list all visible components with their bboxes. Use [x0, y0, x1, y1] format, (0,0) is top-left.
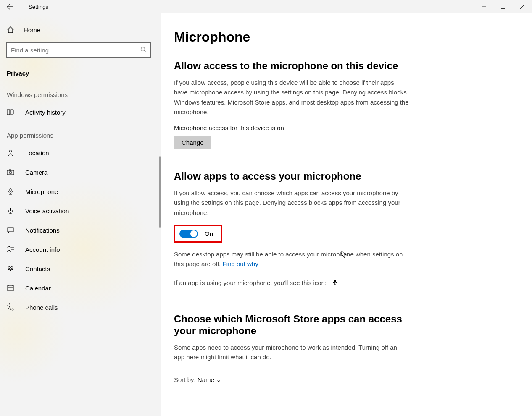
- sidebar-item-microphone[interactable]: Microphone: [0, 182, 161, 201]
- section-allow-apps: Allow apps to access your microphone: [174, 170, 519, 182]
- svg-rect-13: [8, 228, 13, 232]
- sort-row: Sort by: Name ⌄: [174, 376, 519, 384]
- section-allow-device-desc: If you allow access, people using this d…: [174, 78, 409, 117]
- maximize-icon: [501, 5, 505, 9]
- desktop-note-text: Some desktop apps may still be able to a…: [174, 251, 403, 267]
- sidebar-item-activity-history[interactable]: Activity history: [0, 102, 161, 122]
- svg-line-3: [145, 50, 146, 52]
- svg-point-19: [11, 267, 13, 269]
- svg-rect-27: [334, 280, 336, 283]
- sidebar-item-label: Phone calls: [25, 304, 58, 311]
- minimize-icon: [482, 5, 486, 9]
- sidebar-item-phone-calls[interactable]: Phone calls: [0, 298, 161, 317]
- account-info-icon: [6, 246, 15, 253]
- sidebar-item-label: Notifications: [25, 227, 60, 234]
- activity-history-icon: [6, 108, 15, 116]
- home-icon: [6, 26, 15, 34]
- home-label: Home: [24, 26, 40, 34]
- sidebar-item-notifications[interactable]: Notifications: [0, 220, 161, 240]
- window-title: Settings: [29, 4, 48, 10]
- find-out-why-link[interactable]: Find out why: [223, 260, 258, 267]
- sort-dropdown[interactable]: Name ⌄: [198, 376, 221, 383]
- svg-rect-20: [8, 285, 13, 291]
- camera-icon: [6, 168, 15, 176]
- svg-point-14: [8, 246, 10, 249]
- toggle-state-label: On: [205, 230, 213, 237]
- svg-rect-11: [10, 188, 11, 192]
- section-allow-apps-desc: If you allow access, you can choose whic…: [174, 188, 409, 217]
- sidebar-item-label: Camera: [25, 169, 47, 176]
- search-input[interactable]: [11, 47, 140, 54]
- svg-rect-10: [9, 170, 11, 170]
- svg-rect-5: [11, 110, 13, 115]
- page-title: Microphone: [174, 29, 519, 45]
- apps-access-toggle[interactable]: [179, 230, 198, 238]
- svg-point-7: [10, 150, 12, 152]
- sidebar-item-camera[interactable]: Camera: [0, 162, 161, 182]
- location-icon: [6, 149, 15, 157]
- desktop-apps-note: Some desktop apps may still be able to a…: [174, 249, 409, 269]
- usage-note-text: If an app is using your microphone, you'…: [174, 279, 327, 286]
- change-button[interactable]: Change: [174, 136, 211, 149]
- toggle-knob: [190, 230, 197, 237]
- sidebar-item-label: Location: [25, 149, 49, 157]
- sidebar-item-label: Calendar: [25, 285, 51, 292]
- sidebar-item-label: Voice activation: [25, 207, 69, 215]
- sidebar-item-location[interactable]: Location: [0, 143, 161, 162]
- apps-access-toggle-highlight: On: [174, 225, 222, 243]
- device-status: Microphone access for this device is on: [174, 124, 519, 131]
- minimize-button[interactable]: [474, 0, 493, 13]
- main-content: Microphone Allow access to the microphon…: [161, 13, 532, 416]
- svg-rect-1: [501, 5, 505, 9]
- contacts-icon: [6, 265, 15, 272]
- close-button[interactable]: [513, 0, 532, 13]
- section-choose-apps: Choose which Microsoft Store apps can ac…: [174, 313, 409, 337]
- sidebar-item-contacts[interactable]: Contacts: [0, 259, 161, 278]
- sort-label: Sort by:: [174, 376, 196, 383]
- arrow-left-icon: [7, 3, 13, 10]
- category-label: Privacy: [0, 65, 161, 81]
- section-choose-apps-desc: Some apps need to access your microphone…: [174, 343, 409, 362]
- sidebar-item-account-info[interactable]: Account info: [0, 240, 161, 259]
- group-windows-permissions: Windows permissions: [0, 81, 161, 102]
- sidebar-item-label: Activity history: [25, 109, 66, 116]
- svg-rect-4: [7, 110, 10, 115]
- svg-point-9: [9, 171, 12, 174]
- search-icon: [140, 47, 146, 54]
- phone-icon: [6, 303, 15, 311]
- sort-value: Name: [198, 376, 214, 383]
- maximize-button[interactable]: [493, 0, 513, 13]
- window-controls: [474, 0, 532, 13]
- sidebar-item-label: Contacts: [25, 265, 50, 272]
- chevron-down-icon: ⌄: [216, 376, 221, 383]
- section-allow-device: Allow access to the microphone on this d…: [174, 60, 519, 72]
- back-button[interactable]: [0, 3, 20, 10]
- svg-rect-12: [10, 208, 11, 211]
- sidebar-item-label: Account info: [25, 246, 60, 253]
- microphone-icon: [6, 188, 15, 195]
- microphone-indicator-icon: [330, 279, 337, 286]
- sidebar-item-label: Microphone: [25, 188, 58, 195]
- sidebar-item-calendar[interactable]: Calendar: [0, 278, 161, 298]
- sidebar-scrollbar[interactable]: [159, 156, 161, 228]
- sidebar-item-voice-activation[interactable]: Voice activation: [0, 201, 161, 220]
- titlebar: Settings: [0, 0, 532, 13]
- home-nav[interactable]: Home: [0, 22, 161, 38]
- notifications-icon: [6, 226, 15, 234]
- voice-activation-icon: [6, 207, 15, 215]
- svg-point-2: [141, 47, 145, 51]
- usage-note: If an app is using your microphone, you'…: [174, 278, 409, 288]
- sidebar: Home Privacy Windows permissions Activit…: [0, 13, 161, 416]
- calendar-icon: [6, 284, 15, 292]
- close-icon: [520, 5, 524, 9]
- group-app-permissions: App permissions: [0, 122, 161, 143]
- search-box[interactable]: [6, 42, 151, 58]
- svg-point-18: [8, 267, 11, 269]
